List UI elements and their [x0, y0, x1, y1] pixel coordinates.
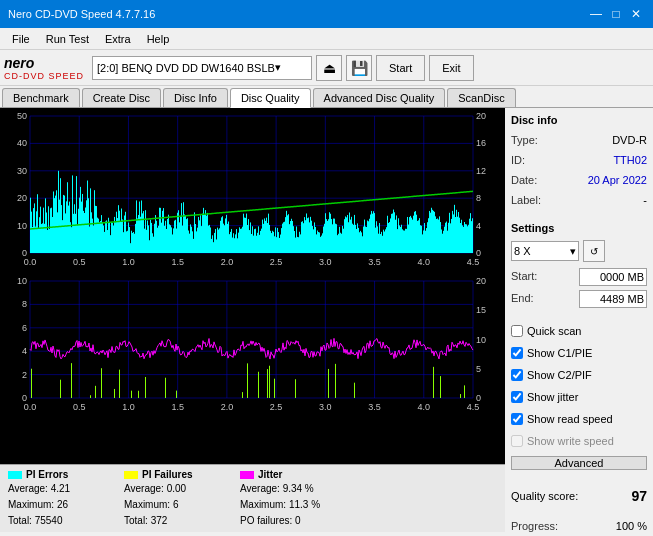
pi-errors-total: Total: 75540 [8, 514, 108, 528]
pi-errors-average: Average: 4.21 [8, 482, 108, 496]
tab-disc-info[interactable]: Disc Info [163, 88, 228, 107]
tab-advanced-disc-quality[interactable]: Advanced Disc Quality [313, 88, 446, 107]
tab-benchmark[interactable]: Benchmark [2, 88, 80, 107]
main-content: PI Errors Average: 4.21 Maximum: 26 Tota… [0, 108, 653, 532]
type-label: Type: [511, 132, 538, 148]
pi-errors-swatch [8, 471, 22, 479]
progress-value: 100 % [616, 518, 647, 532]
title-bar: Nero CD-DVD Speed 4.7.7.16 — □ ✕ [0, 0, 653, 28]
show-jitter-label: Show jitter [527, 388, 578, 406]
close-button[interactable]: ✕ [627, 5, 645, 23]
title-bar-controls: — □ ✕ [587, 5, 645, 23]
pi-failures-swatch [124, 471, 138, 479]
quick-scan-checkbox[interactable] [511, 325, 523, 337]
settings-title: Settings [511, 222, 647, 234]
window-title: Nero CD-DVD Speed 4.7.7.16 [8, 8, 155, 20]
sidebar: Disc info Type: DVD-R ID: TTH02 Date: 20… [505, 108, 653, 532]
menu-extra[interactable]: Extra [97, 31, 139, 47]
disc-info-title: Disc info [511, 114, 647, 126]
show-read-speed-label: Show read speed [527, 410, 613, 428]
pi-failures-maximum: Maximum: 6 [124, 498, 224, 512]
speed-combo[interactable]: 8 X ▾ [511, 241, 579, 261]
minimize-button[interactable]: — [587, 5, 605, 23]
menu-bar: File Run Test Extra Help [0, 28, 653, 50]
quick-scan-label: Quick scan [527, 322, 581, 340]
show-write-speed-checkbox [511, 435, 523, 447]
show-c1pie-label: Show C1/PIE [527, 344, 592, 362]
label-value: - [643, 192, 647, 208]
drive-selector[interactable]: [2:0] BENQ DVD DD DW1640 BSLB ▾ [92, 56, 312, 80]
show-c2pif-checkbox[interactable] [511, 369, 523, 381]
eject-button[interactable]: ⏏ [316, 55, 342, 81]
pi-errors-maximum: Maximum: 26 [8, 498, 108, 512]
tab-scandisc[interactable]: ScanDisc [447, 88, 515, 107]
end-mb-input[interactable] [579, 290, 647, 308]
date-label: Date: [511, 172, 537, 188]
start-mb-label: Start: [511, 268, 537, 286]
save-button[interactable]: 💾 [346, 55, 372, 81]
start-button[interactable]: Start [376, 55, 425, 81]
jitter-po-failures: PO failures: 0 [240, 514, 340, 528]
refresh-button[interactable]: ↺ [583, 240, 605, 262]
quality-score-label: Quality score: [511, 490, 578, 502]
tab-create-disc[interactable]: Create Disc [82, 88, 161, 107]
pi-failures-average: Average: 0.00 [124, 482, 224, 496]
type-value: DVD-R [612, 132, 647, 148]
tab-bar: Benchmark Create Disc Disc Info Disc Qua… [0, 86, 653, 108]
maximize-button[interactable]: □ [607, 5, 625, 23]
legend-area: PI Errors Average: 4.21 Maximum: 26 Tota… [0, 464, 505, 532]
show-c2pif-label: Show C2/PIF [527, 366, 592, 384]
menu-file[interactable]: File [4, 31, 38, 47]
pi-errors-legend: PI Errors Average: 4.21 Maximum: 26 Tota… [8, 469, 108, 528]
nero-logo: nero CD-DVD SPEED [4, 55, 84, 81]
dropdown-arrow-icon: ▾ [275, 61, 281, 74]
jitter-average: Average: 9.34 % [240, 482, 340, 496]
start-mb-input[interactable] [579, 268, 647, 286]
speed-dropdown-icon: ▾ [570, 245, 576, 258]
id-label: ID: [511, 152, 525, 168]
toolbar: nero CD-DVD SPEED [2:0] BENQ DVD DD DW16… [0, 50, 653, 86]
jitter-legend: Jitter Average: 9.34 % Maximum: 11.3 % P… [240, 469, 340, 528]
chart-area: PI Errors Average: 4.21 Maximum: 26 Tota… [0, 108, 505, 532]
exit-button[interactable]: Exit [429, 55, 473, 81]
progress-label: Progress: [511, 518, 558, 532]
tab-disc-quality[interactable]: Disc Quality [230, 88, 311, 108]
advanced-button[interactable]: Advanced [511, 456, 647, 470]
menu-run-test[interactable]: Run Test [38, 31, 97, 47]
jitter-label: Jitter [258, 469, 282, 480]
show-read-speed-checkbox[interactable] [511, 413, 523, 425]
pi-errors-label: PI Errors [26, 469, 68, 480]
quality-score-value: 97 [631, 488, 647, 504]
show-jitter-checkbox[interactable] [511, 391, 523, 403]
show-c1pie-checkbox[interactable] [511, 347, 523, 359]
jitter-maximum: Maximum: 11.3 % [240, 498, 340, 512]
show-write-speed-label: Show write speed [527, 432, 614, 450]
label-label: Label: [511, 192, 541, 208]
jitter-swatch [240, 471, 254, 479]
pi-failures-total: Total: 372 [124, 514, 224, 528]
pi-failures-legend: PI Failures Average: 0.00 Maximum: 6 Tot… [124, 469, 224, 528]
menu-help[interactable]: Help [139, 31, 178, 47]
id-value: TTH02 [613, 152, 647, 168]
date-value: 20 Apr 2022 [588, 172, 647, 188]
pi-failures-label: PI Failures [142, 469, 193, 480]
end-mb-label: End: [511, 290, 534, 308]
